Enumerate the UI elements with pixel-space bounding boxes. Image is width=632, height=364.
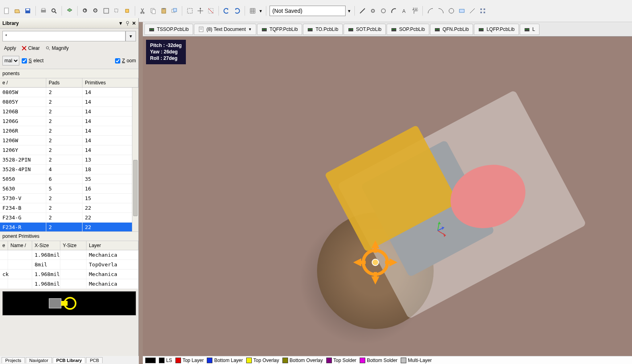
table-row[interactable]: 0805Y214	[0, 97, 138, 107]
layer-legend-bar: LSTop LayerBottom LayerTop OverlayBottom…	[143, 356, 632, 364]
zoom-out-icon[interactable]: -	[91, 6, 100, 15]
zoom-area-icon[interactable]	[112, 6, 121, 15]
layer-legend-item[interactable]: LS	[159, 358, 172, 363]
svg-rect-66	[391, 28, 396, 31]
table-row[interactable]: 1206Y214	[0, 145, 138, 155]
coord-icon[interactable]: 10,10	[410, 6, 419, 15]
svg-rect-70	[436, 29, 436, 30]
scrollbar[interactable]	[132, 88, 138, 231]
mode-select[interactable]: mal	[2, 56, 19, 65]
arc-edge-icon[interactable]	[436, 6, 445, 15]
table-row[interactable]: F234-G222	[0, 213, 138, 223]
panel-bottom-tab[interactable]: Navigator	[26, 357, 52, 363]
redo-icon[interactable]	[233, 6, 241, 15]
table-row[interactable]: 1206R214	[0, 126, 138, 136]
panel-bottom-tab[interactable]: Projects	[2, 357, 25, 363]
svg-rect-40	[480, 12, 482, 13]
duplicate-icon[interactable]	[170, 6, 179, 15]
panel-bottom-tab[interactable]: PCB Library	[53, 357, 86, 363]
document-tab[interactable]: (8) Text Document ▼	[194, 24, 256, 35]
table-row[interactable]: 3528-2PIN213	[0, 155, 138, 165]
table-row[interactable]: F234-R222	[0, 223, 138, 231]
preview-icon[interactable]	[49, 6, 58, 15]
rectangle-icon[interactable]	[457, 6, 466, 15]
save-icon[interactable]	[23, 6, 32, 15]
table-row[interactable]: 1206G214	[0, 117, 138, 126]
document-tab[interactable]: TO.PcbLib	[303, 24, 342, 35]
layer-legend-item[interactable]: Bottom Overlay	[282, 358, 323, 363]
paste-icon[interactable]	[159, 6, 168, 15]
apply-button[interactable]: Apply	[2, 45, 18, 52]
primitives-grid[interactable]: 1.968milMechanica8milTopOverlack1.968mil…	[0, 250, 138, 289]
document-tab[interactable]: LQFP.PcbLib	[474, 24, 519, 35]
panel-menu-icon[interactable]: ▼	[118, 20, 123, 26]
track-icon[interactable]	[358, 6, 367, 15]
array-icon[interactable]	[478, 6, 487, 15]
print-icon[interactable]	[39, 6, 48, 15]
close-icon[interactable]: ✕	[132, 20, 136, 26]
table-row[interactable]: 3528-4PIN418	[0, 165, 138, 174]
magnify-button[interactable]: Magnify	[44, 45, 70, 52]
table-row[interactable]: 5630516	[0, 184, 138, 194]
clear-button[interactable]: Clear	[20, 45, 41, 52]
table-row[interactable]: 5730-V215	[0, 194, 138, 203]
document-tab[interactable]: TQFP.PcbLib	[257, 24, 302, 35]
svg-rect-50	[61, 301, 68, 306]
full-circle-icon[interactable]	[447, 6, 456, 15]
search-dropdown-button[interactable]: ▾	[126, 31, 136, 41]
layer-legend-item[interactable]: Top Overlay	[246, 358, 279, 363]
table-row[interactable]: ck1.968milMechanica	[0, 270, 138, 279]
move-icon[interactable]	[196, 6, 205, 15]
table-row[interactable]: F234-B222	[0, 203, 138, 213]
document-tab[interactable]: SOP.PcbLib	[387, 24, 429, 35]
svg-rect-14	[126, 9, 129, 12]
zoom-fit-icon[interactable]	[102, 6, 111, 15]
panel-title-bar: Library ▼ ✕	[0, 18, 138, 29]
svg-rect-48	[49, 299, 61, 308]
document-tab[interactable]: TSSOP.PcbLib	[144, 24, 193, 35]
undo-icon[interactable]	[222, 6, 231, 15]
table-row[interactable]: 1206W214	[0, 136, 138, 145]
viewport-3d[interactable]: Pitch : -32deg Yaw : 26deg Roll : 27deg	[143, 37, 632, 356]
document-tab[interactable]: QFN.PcbLib	[430, 24, 473, 35]
document-tab[interactable]: SOT.PcbLib	[344, 24, 386, 35]
table-row[interactable]: 0805W214	[0, 88, 138, 97]
table-row[interactable]: 5050635	[0, 174, 138, 184]
copy-icon[interactable]	[149, 6, 158, 15]
layers-icon[interactable]	[65, 6, 74, 15]
grid-icon[interactable]	[248, 6, 257, 15]
select-rect-icon[interactable]	[185, 6, 194, 15]
zoom-component-icon[interactable]	[123, 6, 132, 15]
layer-legend-item[interactable]: Top Solder	[326, 358, 356, 363]
text-icon[interactable]: A	[400, 6, 409, 15]
table-row[interactable]: 1.968milMechanica	[0, 250, 138, 260]
zoom-in-icon[interactable]: +	[81, 6, 90, 15]
svg-rect-57	[262, 28, 267, 31]
layer-legend-item[interactable]: Bottom Layer	[207, 358, 243, 363]
cut-icon[interactable]	[138, 6, 147, 15]
new-icon[interactable]	[2, 6, 11, 15]
via-icon[interactable]	[379, 6, 388, 15]
layer-legend-item[interactable]: Multi-Layer	[401, 358, 432, 363]
table-row[interactable]: 1.968milMechanica	[0, 279, 138, 289]
zoom-checkbox[interactable]: ZZoomoom	[115, 58, 136, 63]
project-name-input[interactable]	[270, 6, 346, 16]
primitives-header: e Name / X-Size Y-Size Layer	[0, 241, 138, 250]
open-icon[interactable]	[13, 6, 22, 15]
pitch-label: Pitch : -32deg	[150, 42, 182, 49]
layer-legend-item[interactable]: Bottom Solder	[360, 358, 397, 363]
arc-icon[interactable]	[389, 6, 398, 15]
components-grid[interactable]: 0805W2140805Y2141206B2141206G2141206R214…	[0, 88, 138, 231]
pin-icon[interactable]	[125, 20, 130, 26]
layer-legend-item[interactable]: Top Layer	[175, 358, 204, 363]
line-icon[interactable]	[468, 6, 477, 15]
deselect-icon[interactable]	[206, 6, 215, 15]
document-tab[interactable]: L	[520, 24, 539, 35]
panel-bottom-tab[interactable]: PCB	[86, 357, 103, 363]
pad-icon[interactable]	[368, 6, 377, 15]
table-row[interactable]: 8milTopOverla	[0, 260, 138, 270]
table-row[interactable]: 1206B214	[0, 107, 138, 117]
arc-center-icon[interactable]	[426, 6, 435, 15]
select-checkbox[interactable]: SSelectelect	[22, 58, 43, 63]
search-input[interactable]	[2, 31, 126, 41]
